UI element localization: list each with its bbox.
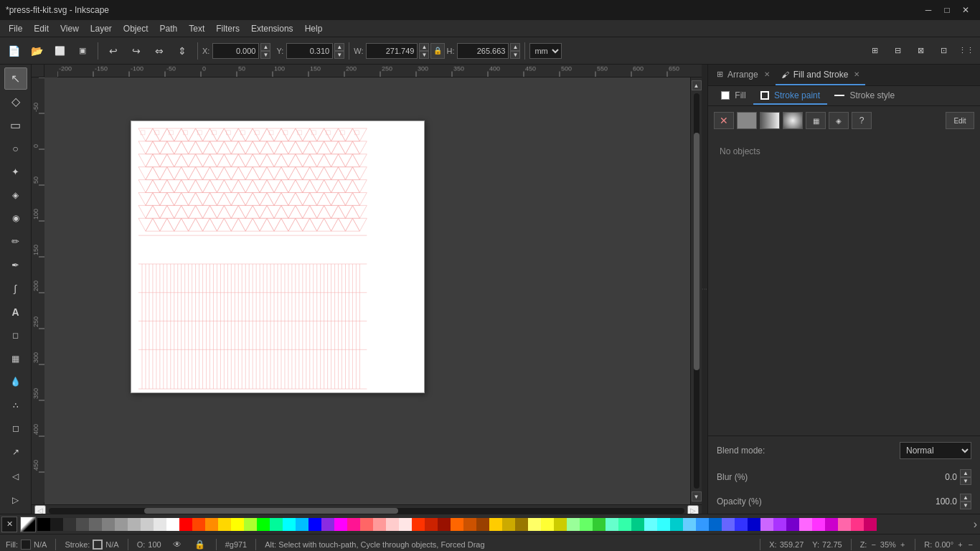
menu-extensions[interactable]: Extensions — [245, 20, 299, 37]
flip-v-button[interactable]: ⇕ — [171, 40, 193, 62]
node-tool[interactable]: ◇ — [4, 91, 27, 113]
color-swatch[interactable] — [631, 518, 644, 531]
y-up[interactable]: ▲ — [334, 43, 344, 51]
color-swatch[interactable] — [580, 518, 593, 531]
visibility-button[interactable]: 👁 — [170, 538, 184, 551]
snap-btn-4[interactable]: ⊡ — [933, 40, 954, 62]
menu-object[interactable]: Object — [118, 20, 154, 37]
vertical-scrollbar[interactable]: ▲ ▼ — [690, 77, 702, 504]
color-swatch[interactable] — [476, 518, 489, 531]
linear-gradient-button[interactable] — [760, 112, 780, 129]
color-swatch[interactable] — [128, 518, 141, 531]
linked-offset-tool[interactable]: ◻ — [4, 324, 27, 347]
next-page-button[interactable]: ▷ — [4, 489, 27, 512]
color-swatch[interactable] — [722, 518, 735, 531]
rotate-stepper-up[interactable]: + — [956, 540, 963, 549]
color-swatch[interactable] — [528, 518, 541, 531]
fill-stroke-tab[interactable]: 🖌 Fill and Stroke ✕ — [776, 65, 866, 85]
color-swatch[interactable] — [425, 518, 438, 531]
color-swatch[interactable] — [321, 518, 334, 531]
save-button[interactable]: ⬜ — [49, 40, 70, 62]
ellipse-tool[interactable]: ○ — [4, 138, 27, 160]
new-button[interactable]: 📄 — [3, 40, 24, 62]
h-scroll-track[interactable] — [49, 508, 684, 514]
h-up[interactable]: ▲ — [510, 43, 520, 51]
connector-tool[interactable]: ↗ — [4, 441, 27, 463]
color-swatch[interactable] — [851, 518, 864, 531]
rect-tool[interactable]: ▭ — [4, 114, 27, 136]
color-swatch[interactable] — [438, 518, 451, 531]
color-swatch[interactable] — [696, 518, 709, 531]
stroke-indicator[interactable]: Stroke: N/A — [65, 540, 118, 550]
menu-help[interactable]: Help — [299, 20, 329, 37]
menu-layer[interactable]: Layer — [85, 20, 118, 37]
w-input[interactable] — [366, 43, 418, 59]
x-input[interactable] — [212, 43, 259, 59]
color-swatch[interactable] — [799, 518, 812, 531]
color-swatch[interactable] — [463, 518, 476, 531]
radial-gradient-button[interactable] — [783, 112, 803, 129]
spiral-tool[interactable]: ◉ — [4, 207, 27, 230]
color-swatch[interactable] — [244, 518, 257, 531]
y-input[interactable] — [286, 43, 333, 59]
h-input[interactable] — [457, 43, 509, 59]
v-scroll-track[interactable] — [694, 93, 699, 489]
canvas-viewport[interactable] — [44, 77, 690, 504]
unit-dropdown[interactable]: mm px cm in pt — [529, 43, 562, 59]
snap-btn-2[interactable]: ⊟ — [887, 40, 908, 62]
h-down[interactable]: ▼ — [510, 51, 520, 59]
color-swatch[interactable] — [838, 518, 851, 531]
blend-mode-select[interactable]: Normal Multiply Screen Overlay Darken Li… — [900, 442, 971, 459]
blur-down[interactable]: ▼ — [960, 477, 971, 485]
menu-view[interactable]: View — [55, 20, 85, 37]
eraser-tool[interactable]: ◻ — [4, 418, 27, 440]
color-swatch[interactable] — [657, 518, 670, 531]
snap-btn-5[interactable]: ⋮⋮ — [956, 40, 977, 62]
color-swatch[interactable] — [308, 518, 321, 531]
color-swatch[interactable] — [567, 518, 580, 531]
stroke-style-subtab[interactable]: Stroke style — [827, 88, 902, 105]
color-swatch[interactable] — [141, 518, 154, 531]
callig-tool[interactable]: ∫ — [4, 278, 27, 300]
color-swatch[interactable] — [786, 518, 799, 531]
color-swatch[interactable] — [593, 518, 606, 531]
color-swatch[interactable] — [102, 518, 115, 531]
lock-aspect-button[interactable]: 🔒 — [430, 43, 445, 59]
w-up[interactable]: ▲ — [419, 43, 429, 51]
prev-page-button[interactable]: ◁ — [4, 466, 27, 488]
scroll-left-button[interactable]: ◁ — [34, 505, 46, 514]
color-swatch[interactable] — [296, 518, 308, 531]
color-swatch[interactable] — [63, 518, 76, 531]
color-swatch[interactable] — [554, 518, 567, 531]
color-swatch[interactable] — [489, 518, 502, 531]
color-swatch[interactable] — [735, 518, 748, 531]
redo-button[interactable]: ↪ — [126, 40, 147, 62]
color-swatch[interactable] — [812, 518, 825, 531]
color-swatch[interactable] — [451, 518, 463, 531]
color-swatch[interactable] — [347, 518, 360, 531]
swatch-button[interactable]: ◈ — [829, 112, 849, 129]
color-swatch[interactable] — [360, 518, 373, 531]
menu-file[interactable]: File — [3, 20, 28, 37]
pencil-tool[interactable]: ✏ — [4, 231, 27, 253]
color-swatch[interactable] — [644, 518, 657, 531]
color-swatch[interactable] — [709, 518, 722, 531]
opacity-down[interactable]: ▼ — [960, 501, 971, 509]
y-down[interactable]: ▼ — [334, 51, 344, 59]
stroke-paint-subtab[interactable]: Stroke paint — [753, 88, 827, 105]
color-swatch[interactable] — [218, 518, 231, 531]
pen-tool[interactable]: ✒ — [4, 254, 27, 276]
color-swatch[interactable] — [373, 518, 386, 531]
color-swatch[interactable] — [515, 518, 528, 531]
undo-button[interactable]: ↩ — [103, 40, 124, 62]
v-scroll-thumb[interactable] — [694, 133, 699, 370]
color-swatch[interactable] — [37, 518, 50, 531]
color-swatch[interactable] — [773, 518, 786, 531]
dropper-tool[interactable]: 💧 — [4, 371, 27, 393]
maximize-button[interactable]: □ — [938, 3, 956, 17]
global-color-indicator[interactable] — [20, 517, 36, 532]
color-swatch[interactable] — [257, 518, 270, 531]
arrange-tab[interactable]: ⊞ Arrange ✕ — [711, 65, 776, 85]
color-swatch[interactable] — [179, 518, 192, 531]
color-swatch[interactable] — [683, 518, 696, 531]
